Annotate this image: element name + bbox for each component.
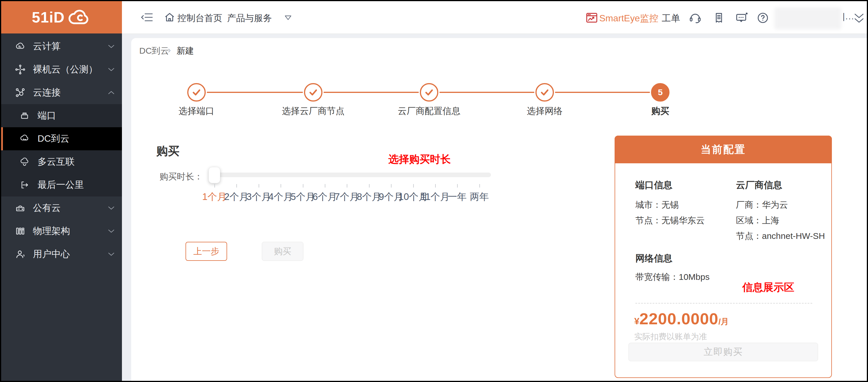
sidebar-item-user-center[interactable]: 用户中心 xyxy=(1,243,122,266)
sidebar-item-public-cloud[interactable]: 公有云 xyxy=(1,197,122,219)
vendor-info-title: 云厂商信息 xyxy=(736,179,782,192)
topbar: 控制台首页 产品与服务 SmartEye监控 工单 |... xyxy=(122,1,868,34)
sidebar-item-last-mile[interactable]: 最后一公里 xyxy=(1,173,122,197)
check-icon xyxy=(424,87,434,98)
slider-tick xyxy=(369,184,370,187)
duration-option-5month[interactable]: 5个月 xyxy=(291,190,315,203)
duration-slider-handle[interactable] xyxy=(209,167,220,183)
duration-option-1year[interactable]: 一年 xyxy=(447,190,467,203)
last-mile-icon xyxy=(20,180,29,190)
price-divider xyxy=(636,303,812,304)
breadcrumb-dc-to-cloud[interactable]: DC到云 xyxy=(139,45,169,57)
panel-title: 当前配置 xyxy=(615,136,832,163)
redacted-user-info[interactable] xyxy=(774,7,841,29)
breadcrumb-separator: › xyxy=(168,45,171,55)
slider-tick xyxy=(413,184,414,187)
row-value: anchnet-HW-SH xyxy=(762,231,825,241)
sidebar-item-port[interactable]: 端口 xyxy=(1,104,122,127)
duration-option-1month[interactable]: 1个月 xyxy=(202,190,226,203)
region-row: 区域：上海 xyxy=(736,215,779,227)
sidebar-item-bare-metal-cloud[interactable]: 裸机云（公测） xyxy=(1,58,122,81)
sidebar-item-dc-to-cloud[interactable]: DC到云 xyxy=(1,127,122,150)
duration-slider-track[interactable] xyxy=(215,173,491,177)
price-amount: 2200.0000 xyxy=(640,309,719,328)
sidebar-item-label: 用户中心 xyxy=(33,248,70,261)
overflow-indicator[interactable]: |... xyxy=(843,11,855,21)
sidebar-item-label: 云计算 xyxy=(33,40,61,53)
step-3-label: 云厂商配置信息 xyxy=(398,105,461,117)
network-info-title: 网络信息 xyxy=(636,252,672,265)
slider-tick xyxy=(479,184,480,187)
double-chevron-down-icon[interactable] xyxy=(854,13,865,25)
sidebar: 51iD 云计算 裸机云（公测） 云连接 xyxy=(1,1,122,381)
brand-logo[interactable]: 51iD xyxy=(1,1,122,33)
multi-cloud-icon xyxy=(20,157,29,167)
duration-option-2year[interactable]: 两年 xyxy=(470,190,489,203)
help-question-icon[interactable] xyxy=(756,11,769,24)
smarteye-monitor-link[interactable]: SmartEye监控 xyxy=(599,12,658,25)
step-1-label: 选择端口 xyxy=(179,105,214,117)
annotation-info-display-area: 信息展示区 xyxy=(742,280,794,294)
step-5-circle: 5 xyxy=(651,83,670,102)
step-5-label: 购买 xyxy=(651,105,669,117)
duration-option-8month[interactable]: 8个月 xyxy=(357,190,381,203)
slider-tick xyxy=(281,184,281,187)
cloud-logo-icon xyxy=(66,8,91,26)
products-services-menu[interactable]: 产品与服务 xyxy=(227,12,272,24)
step-3-circle xyxy=(420,83,438,102)
slider-tick xyxy=(391,184,392,187)
collapse-sidebar-icon[interactable] xyxy=(141,12,153,23)
duration-option-4month[interactable]: 4个月 xyxy=(269,190,293,203)
slider-tick xyxy=(457,184,458,187)
vendor-row: 厂商：华为云 xyxy=(736,199,788,211)
sidebar-item-label: 端口 xyxy=(37,109,56,122)
dc-to-cloud-icon xyxy=(20,134,29,144)
console-home-link[interactable]: 控制台首页 xyxy=(178,12,222,24)
sidebar-item-cloud-computing[interactable]: 云计算 xyxy=(1,35,122,58)
previous-step-button[interactable]: 上一步 xyxy=(186,242,227,261)
bandwidth-row: 带宽传输：10Mbps xyxy=(636,271,710,283)
ticket-link[interactable]: 工单 xyxy=(662,12,680,25)
row-label: 城市： xyxy=(636,200,661,209)
row-label: 厂商： xyxy=(736,200,762,209)
message-chat-icon[interactable] xyxy=(735,11,748,24)
sidebar-item-multi-cloud[interactable]: 多云互联 xyxy=(1,150,122,173)
row-value: 上海 xyxy=(762,215,779,225)
slider-tick xyxy=(325,184,326,187)
user-center-icon xyxy=(15,249,25,259)
duration-option-2month[interactable]: 2个月 xyxy=(224,190,248,203)
slider-tick xyxy=(258,184,259,187)
smarteye-monitor-icon[interactable] xyxy=(585,11,598,24)
duration-label: 购买时长： xyxy=(159,171,203,183)
step-4-circle xyxy=(535,83,554,102)
port-info-title: 端口信息 xyxy=(636,179,672,192)
app-window: 51iD 云计算 裸机云（公测） 云连接 xyxy=(0,0,868,382)
step-number: 5 xyxy=(658,88,663,97)
sidebar-item-label: 云连接 xyxy=(33,86,61,99)
chevron-down-icon xyxy=(108,252,115,256)
check-icon xyxy=(539,87,550,98)
row-value: 无锡 xyxy=(661,200,679,209)
sidebar-item-cloud-connect[interactable]: 云连接 xyxy=(1,81,122,104)
slider-tick xyxy=(303,184,303,187)
duration-option-11month[interactable]: 11个月 xyxy=(421,190,450,203)
home-icon[interactable] xyxy=(164,11,175,23)
duration-option-7month[interactable]: 7个月 xyxy=(335,190,359,203)
row-value: 华为云 xyxy=(762,200,788,209)
annotation-select-duration: 选择购买时长 xyxy=(389,152,451,167)
step-2-circle xyxy=(304,83,322,102)
billing-receipt-icon[interactable] xyxy=(713,11,725,24)
support-headset-icon[interactable] xyxy=(689,11,702,24)
sidebar-item-label: 最后一公里 xyxy=(37,179,84,191)
breadcrumb-current: 新建 xyxy=(177,45,194,57)
duration-option-3month[interactable]: 3个月 xyxy=(246,190,271,203)
price-unit: /月 xyxy=(719,316,729,327)
sidebar-item-physical-architecture[interactable]: 物理架构 xyxy=(1,219,122,243)
chevron-down-icon xyxy=(108,206,115,210)
step-4-label: 选择网络 xyxy=(527,105,563,117)
buy-button[interactable]: 购买 xyxy=(262,242,303,261)
duration-option-6month[interactable]: 6个月 xyxy=(313,190,337,203)
step-2-label: 选择云厂商节点 xyxy=(282,105,345,117)
caret-down-icon xyxy=(284,15,292,21)
buy-now-button[interactable]: 立即购买 xyxy=(628,343,818,361)
